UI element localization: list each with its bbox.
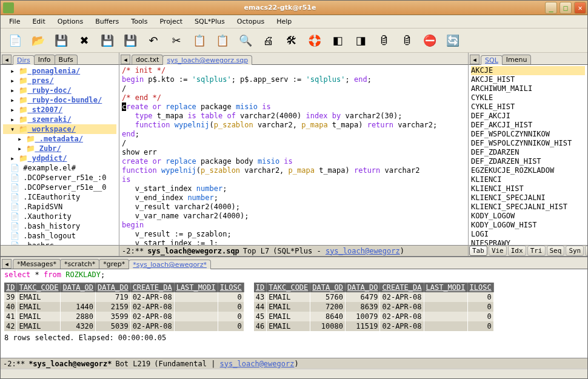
sql-output[interactable]: select * from ROZKLADY; IDTAKC_CODEDATA_… (1, 269, 587, 358)
menu-buffers[interactable]: Buffers (90, 16, 124, 27)
maximize-button[interactable]: □ (560, 2, 572, 14)
tree-file[interactable]: 📄 .bash_logout (3, 231, 116, 241)
tab--sys_loach-ewegorz-[interactable]: *sys_loach@ewegorz* (129, 260, 211, 269)
sql-object[interactable]: DEF_WSPOLCZYNNIKOW (471, 130, 585, 139)
sql-object[interactable]: DEF_AKCJI (471, 112, 585, 121)
tree-file[interactable]: 📄 .Xauthority (3, 212, 116, 221)
tab-imenu[interactable]: Imenu (502, 55, 532, 64)
close-icon[interactable]: ✖ (76, 32, 93, 49)
tree-file[interactable]: 📄 .ICEauthority (3, 192, 116, 202)
tree-folder[interactable]: 📁 st2007/ (3, 105, 116, 115)
menu-options[interactable]: Options (53, 16, 88, 27)
pane-collapse-icon[interactable]: ◂ (2, 55, 12, 64)
filter-tri[interactable]: Tri (527, 246, 546, 256)
menu-file[interactable]: File (4, 16, 25, 27)
tree-file[interactable]: 📄 .RapidSVN (3, 202, 116, 212)
filter-seq[interactable]: Seq (547, 246, 565, 256)
pane-collapse-icon[interactable]: ◂ (470, 55, 479, 64)
menu-help[interactable]: Help (272, 16, 296, 27)
tab-sys_loach-ewegorz-sqp[interactable]: sys_loach@ewegorz.sqp (162, 55, 252, 65)
close-window-button[interactable]: ✕ (574, 2, 586, 14)
tab--grep-[interactable]: *grep* (99, 259, 129, 269)
open-icon[interactable]: 📂 (30, 32, 47, 49)
tree-file[interactable]: 📄 .DCOPserver_r51e__0 (3, 183, 116, 192)
search-icon[interactable]: 🔍 (237, 32, 254, 49)
tab--messages-[interactable]: *Messages* (13, 259, 61, 269)
tree-folder[interactable]: 📁 pres/ (3, 76, 116, 86)
panel-left-icon[interactable]: ◧ (329, 32, 346, 49)
tree-folder[interactable]: 📁 ruby-doc/ (3, 86, 116, 95)
save-all-icon[interactable]: 💾 (53, 32, 70, 49)
filter-vie[interactable]: Vie (489, 246, 507, 256)
sql-object[interactable]: CYKLE_HIST (471, 102, 585, 112)
tree-folder[interactable]: 📁 workspace/ (3, 124, 116, 134)
sql-object[interactable]: AKCJE_HIST (471, 75, 585, 84)
sql-object[interactable]: DEF_AKCJI_HIST (471, 121, 585, 130)
filter-pkg[interactable]: Pkg (585, 246, 588, 256)
undo-icon[interactable]: ↶ (145, 32, 162, 49)
tab-dirs[interactable]: Dirs (13, 55, 35, 65)
tab--scratch-[interactable]: *scratch* (60, 259, 99, 269)
folder-icon: 📁 (19, 115, 27, 124)
filter-idx[interactable]: Idx (508, 246, 526, 256)
tree-folder[interactable]: 📁 szemraki/ (3, 115, 116, 124)
db-icon[interactable]: 🛢 (375, 32, 392, 49)
pane-collapse-icon[interactable]: ◂ (2, 259, 12, 269)
menu-octopus[interactable]: Octopus (232, 16, 269, 27)
sql-object[interactable]: EGZEKUCJE_ROZKLADOW (471, 166, 585, 175)
tab-bufs[interactable]: Bufs (55, 55, 78, 64)
copy-icon[interactable]: 📋 (191, 32, 208, 49)
tree-item-label: ponaglenia/ (27, 67, 80, 75)
sql-object[interactable]: AKCJE (471, 66, 585, 75)
tree-folder[interactable]: 📁 .metadata/ (3, 134, 116, 144)
sql-object[interactable]: KODY_LOGOW_HIST (471, 221, 585, 230)
save-as-icon[interactable]: 💾 (122, 32, 139, 49)
filter-syn[interactable]: Syn (566, 246, 584, 256)
preferences-icon[interactable]: 🛠 (283, 32, 300, 49)
tree-folder[interactable]: 📁 Zubr/ (3, 144, 116, 153)
save-icon[interactable]: 💾 (99, 32, 116, 49)
tree-folder[interactable]: 📁 ponaglenia/ (3, 66, 116, 76)
sql-object[interactable]: KLIENCI_SPECJALNI (471, 193, 585, 203)
sql-object[interactable]: DEF_ZDARZEN (471, 148, 585, 157)
print-icon[interactable]: 🖨 (260, 32, 277, 49)
tree-file[interactable]: 📄 .bashrc (3, 241, 116, 245)
tab-doc-txt[interactable]: doc.txt (132, 55, 163, 64)
db-play-icon[interactable]: 🛢 (398, 32, 415, 49)
sql-object[interactable]: KLIENCI_SPECJALNI_HIST (471, 203, 585, 212)
tab-sql[interactable]: SQL (481, 55, 503, 65)
tree-folder[interactable]: 📁 ruby-doc-bundle/ (3, 95, 116, 105)
sql-object[interactable]: DEF_WSPOLCZYNNIKOW_HIST (471, 139, 585, 148)
sql-object[interactable]: KODY_LOGOW (471, 212, 585, 221)
cut-icon[interactable]: ✂ (168, 32, 185, 49)
menu-edit[interactable]: Edit (27, 16, 50, 27)
panel-right-icon[interactable]: ◨ (352, 32, 369, 49)
sql-object[interactable]: KLIENCI (471, 175, 585, 184)
sql-object[interactable]: ARCHIWUM_MAILI (471, 84, 585, 93)
help-icon[interactable]: 🛟 (306, 32, 323, 49)
sql-object-list[interactable]: AKCJEAKCJE_HISTARCHIWUM_MAILICYKLECYKLE_… (469, 65, 587, 245)
menu-project[interactable]: Project (155, 16, 187, 27)
tree-file[interactable]: 📄 .bash_history (3, 221, 116, 231)
sql-object[interactable]: NIESPRAWY (471, 239, 585, 245)
menu-tools[interactable]: Tools (126, 16, 152, 27)
tree-file[interactable]: 📄 .DCOPserver_r51e_:0 (3, 173, 116, 183)
sql-object[interactable]: LOGI (471, 230, 585, 239)
sql-object[interactable]: KLIENCI_HIST (471, 184, 585, 193)
dir-tree[interactable]: 📁 ponaglenia/📁 pres/📁 ruby-doc/📁 ruby-do… (1, 65, 119, 245)
tree-file[interactable]: 📄 #example.el# (3, 163, 116, 173)
paste-icon[interactable]: 📋 (214, 32, 231, 49)
stop-icon[interactable]: ⛔ (421, 32, 438, 49)
tab-info[interactable]: Info (34, 55, 55, 64)
menu-sql-plus[interactable]: SQL*Plus (190, 16, 230, 27)
refresh-icon[interactable]: 🔄 (444, 32, 461, 49)
pane-collapse-icon[interactable]: ◂ (121, 55, 130, 64)
titlebar: emacs22-gtk@r51e _ □ ✕ (1, 1, 587, 15)
new-file-icon[interactable]: 📄 (7, 32, 24, 49)
tree-folder[interactable]: 📁 ydpdict/ (3, 153, 116, 163)
minimize-button[interactable]: _ (545, 2, 557, 14)
code-editor[interactable]: /* init */begin p$.kto := 'sqlplus'; p$.… (119, 65, 468, 245)
filter-tab[interactable]: Tab (469, 246, 487, 256)
sql-object[interactable]: DEF_ZDARZEN_HIST (471, 157, 585, 166)
sql-object[interactable]: CYKLE (471, 93, 585, 102)
